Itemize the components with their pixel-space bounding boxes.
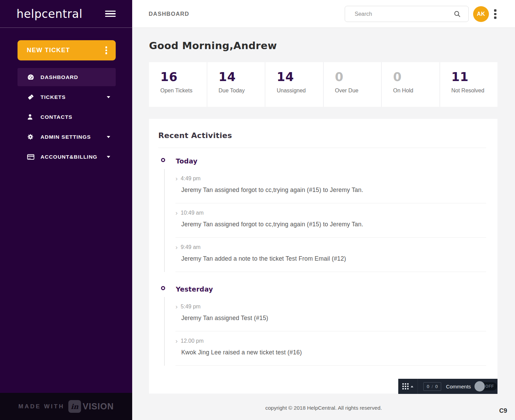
panel-title: Recent Activities <box>158 131 486 140</box>
stat-label: Not Resolved <box>451 88 498 94</box>
app-logo[interactable]: helpcentral <box>16 7 82 21</box>
activity-group-body: › 5:49 pm Jeremy Tan assigned Test (#15)… <box>164 297 486 366</box>
chevron-right-icon: › <box>175 175 178 182</box>
divider <box>158 148 486 148</box>
activity-time: 9:49 am <box>181 244 201 250</box>
sidebar-item-label: DASHBOARD <box>41 74 78 80</box>
toggle-knob[interactable] <box>474 381 485 391</box>
greeting-heading: Good Morning,Andrew <box>149 40 277 52</box>
preview-toolbar: 0 / 0 Comments OFF <box>398 379 497 394</box>
activity-item: › 9:49 am Jeremy Tan added a note to the… <box>175 238 486 272</box>
gear-icon <box>27 134 35 140</box>
hamburger-menu-icon[interactable] <box>105 11 116 17</box>
comment-counter: 0 / 0 <box>423 382 441 391</box>
invision-footer: MADE WITH in VISION <box>0 393 132 420</box>
activity-text: Jeremy Tan assigned forgot to cc,trying … <box>175 186 486 194</box>
main-content: Good Morning,Andrew 16 Open Tickets 14 D… <box>132 28 515 420</box>
chevron-down-icon <box>107 136 110 138</box>
search-box <box>345 6 469 22</box>
stats-row: 16 Open Tickets 14 Due Today 14 Unassign… <box>149 62 497 107</box>
comments-toggle[interactable]: OFF <box>476 382 497 390</box>
copyright-text: copyright © 2018 HelpCentral. All rights… <box>132 405 515 411</box>
activity-text: Jeremy Tan assigned Test (#15) <box>175 315 486 322</box>
search-icon[interactable] <box>454 10 461 18</box>
ticket-icon <box>27 93 35 101</box>
toggle-state-label: OFF <box>485 384 494 389</box>
stat-label: Over Due <box>335 88 381 94</box>
chevron-right-icon: › <box>175 244 178 250</box>
sidebar-item-contacts[interactable]: CONTACTS <box>18 108 116 126</box>
grid-icon <box>402 383 409 390</box>
activity-group-label: Today <box>176 157 197 165</box>
activity-item: › 5:49 pm Jeremy Tan assigned Test (#15) <box>175 297 486 331</box>
stat-label: Open Tickets <box>160 88 207 94</box>
avatar[interactable]: AK <box>473 6 489 22</box>
activity-text: Kwok Jing Lee raised a new ticket test (… <box>175 349 486 356</box>
activity-text: Jeremy Tan assigned forgot to cc,trying … <box>175 221 486 228</box>
activity-time: 12.00 pm <box>181 338 204 344</box>
kebab-menu-icon[interactable] <box>105 46 107 54</box>
comments-label: Comments <box>446 384 471 389</box>
chevron-right-icon: › <box>175 338 178 344</box>
recent-activities-panel: Recent Activities Today › 4:49 pm Jeremy… <box>149 119 497 394</box>
new-ticket-label: NEW TICKET <box>27 47 70 54</box>
activity-item: › 12.00 pm Kwok Jing Lee raised a new ti… <box>175 331 486 366</box>
page-code: C9 <box>499 407 507 415</box>
caret-up-icon <box>411 386 413 387</box>
sidebar-header: helpcentral <box>0 0 132 28</box>
stat-card-due-today[interactable]: 14 Due Today <box>207 62 266 107</box>
activity-time: 5:49 pm <box>181 304 201 310</box>
divider <box>417 379 418 394</box>
sidebar-item-admin-settings[interactable]: ADMIN SETTINGS <box>18 128 116 146</box>
comment-counter-current: 0 <box>427 384 429 389</box>
activity-group-label: Yesterday <box>176 285 213 293</box>
stat-card-over-due[interactable]: 0 Over Due <box>324 62 382 107</box>
dashboard-icon <box>27 74 35 80</box>
overflow-menu-icon[interactable] <box>494 9 496 19</box>
activity-time-row[interactable]: › 9:49 am <box>175 244 486 250</box>
activity-group-body: › 4:49 pm Jeremy Tan assigned forgot to … <box>164 169 486 272</box>
chevron-right-icon: › <box>175 303 178 310</box>
topbar-title: DASHBOARD <box>149 11 189 17</box>
activity-time: 10:49 am <box>181 210 204 216</box>
person-icon <box>27 114 35 120</box>
sidebar-item-label: CONTACTS <box>41 114 72 120</box>
stat-card-open-tickets[interactable]: 16 Open Tickets <box>149 62 207 107</box>
new-ticket-button[interactable]: NEW TICKET <box>18 40 116 60</box>
comment-counter-separator: / <box>432 384 433 389</box>
activity-time-row[interactable]: › 12.00 pm <box>175 338 486 344</box>
stat-label: On Hold <box>393 88 439 94</box>
stat-label: Due Today <box>219 88 265 94</box>
stat-value: 14 <box>219 71 265 83</box>
grid-view-button[interactable] <box>398 379 417 394</box>
stat-card-on-hold[interactable]: 0 On Hold <box>382 62 440 107</box>
chevron-down-icon <box>107 96 110 98</box>
activity-text: Jeremy Tan added a note to the ticket Te… <box>175 255 486 262</box>
activity-time-row[interactable]: › 10:49 am <box>175 209 486 216</box>
chevron-right-icon: › <box>175 209 178 216</box>
activity-time-row[interactable]: › 4:49 pm <box>175 175 486 182</box>
search-input[interactable] <box>345 11 454 17</box>
sidebar-item-tickets[interactable]: TICKETS <box>18 88 116 106</box>
invision-wordmark: VISION <box>83 401 114 411</box>
stat-value: 0 <box>393 71 439 83</box>
invision-in-glyph: in <box>71 402 78 411</box>
sidebar-item-label: ACCOUNT&BILLING <box>41 154 98 160</box>
sidebar: helpcentral NEW TICKET DASHBOARD <box>0 0 132 393</box>
invision-logo-icon: in <box>68 400 81 413</box>
sidebar-item-label: ADMIN SETTINGS <box>41 134 91 140</box>
stat-value: 11 <box>451 71 498 83</box>
sidebar-item-account-billing[interactable]: ACCOUNT&BILLING <box>18 148 116 166</box>
activity-group-yesterday: Yesterday › 5:49 pm Jeremy Tan assigned … <box>158 285 486 366</box>
stat-value: 16 <box>160 71 207 83</box>
activity-group-today: Today › 4:49 pm Jeremy Tan assigned forg… <box>158 157 486 272</box>
activity-time-row[interactable]: › 5:49 pm <box>175 303 486 310</box>
topbar: DASHBOARD AK <box>132 0 515 28</box>
stat-value: 0 <box>335 71 381 83</box>
timeline-ring-icon <box>161 286 165 290</box>
stat-card-not-resolved[interactable]: 11 Not Resolved <box>440 62 498 107</box>
activity-item: › 4:49 pm Jeremy Tan assigned forgot to … <box>175 169 486 203</box>
sidebar-item-dashboard[interactable]: DASHBOARD <box>18 68 116 86</box>
card-icon <box>27 154 35 160</box>
stat-card-unassigned[interactable]: 14 Unassigned <box>265 62 324 107</box>
